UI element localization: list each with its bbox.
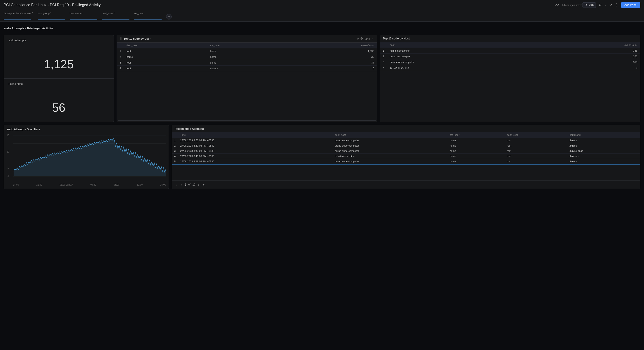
x-label-2: 21:30 <box>36 183 42 186</box>
share-icon[interactable]: ⇗ <box>554 3 560 7</box>
row-num: 3 <box>172 148 178 154</box>
svg-text:0: 0 <box>8 175 9 178</box>
user-panel-time: -24h <box>364 37 370 40</box>
table-row: 4 ip-172-31-20-114 8 <box>380 65 640 71</box>
filter-input-destuser[interactable] <box>102 15 130 19</box>
table-row: 2 home home 39 <box>117 54 377 60</box>
src-user-cell: home <box>447 148 504 154</box>
page-current: 1 <box>185 183 186 186</box>
chevron-down-icon[interactable]: ⌄ <box>604 3 606 7</box>
src-user-cell: sumo <box>208 60 284 66</box>
table-row: 2 ducs-macbookpro 373 <box>380 54 640 59</box>
more-icon[interactable]: ⋮ <box>615 3 618 7</box>
dest-host-cell: bruno-supercomputer <box>332 143 448 148</box>
col-num-recent <box>172 132 178 138</box>
command-cell: /bin/su - <box>567 143 640 148</box>
sudo-attempts-label: sudo Attempts <box>8 39 109 42</box>
main-content: sudo Attempts - Privileged Activity sudo… <box>0 21 644 192</box>
dest-user-cell: root <box>504 138 567 143</box>
dest-user-cell: root <box>504 148 567 154</box>
table-row: 1 27/06/2023 3:52:03 PM +0530 bruno-supe… <box>172 138 640 143</box>
dest-host-cell: bruno-supercomputer <box>332 148 448 154</box>
col-src-user-recent: src_user <box>447 132 504 138</box>
scrollbar-recent[interactable] <box>172 164 640 165</box>
user-panel-clock-icon: ⏱ <box>360 37 363 40</box>
table-row: 3 27/06/2023 3:49:03 PM +0530 bruno-supe… <box>172 148 640 154</box>
filter-label-hostname: host.name * <box>70 12 97 15</box>
page-last-button[interactable]: » <box>202 182 206 187</box>
col-event-count-host: eventCount <box>543 42 640 48</box>
filter-label-srcuser: src_user * <box>134 12 162 15</box>
col-num-host <box>380 42 387 48</box>
command-cell: /bin/su - <box>567 138 640 143</box>
row-num: 2 <box>117 54 124 60</box>
time-range-picker[interactable]: ⏱ -24h <box>582 2 596 8</box>
chart-panel: sudo Attempts Over Time 15 10 5 0 <box>4 125 169 189</box>
filter-label-hostgroup: host.group * <box>38 12 65 15</box>
time-cell: 27/06/2023 3:48:03 PM +0530 <box>178 159 332 164</box>
clock-icon: ⏱ <box>584 3 587 7</box>
chart-svg: 15 10 5 0 <box>7 133 166 183</box>
src-user-cell: ubuntu <box>208 66 284 71</box>
drag-handle-user: ⠿ <box>120 37 122 41</box>
chart-area: 15 10 5 0 <box>7 133 166 183</box>
dest-user-cell: root <box>124 48 208 54</box>
event-count-cell: 34 <box>284 60 377 66</box>
row-num: 1 <box>380 48 387 54</box>
header: PCI Compliance For Linux - PCI Req 10 - … <box>0 0 644 10</box>
x-label-5: 08:00 <box>114 183 119 186</box>
filter-input-hostgroup[interactable] <box>38 15 65 19</box>
src-user-cell: home <box>447 138 504 143</box>
col-command: command <box>567 132 640 138</box>
row-num: 2 <box>172 143 178 148</box>
src-user-cell: home <box>447 143 504 148</box>
header-actions: ⏱ -24h ↻ ⌄ ⧩ ⋮ Add Panel <box>582 2 640 8</box>
table-row: 2 27/06/2023 3:50:03 PM +0530 bruno-supe… <box>172 143 640 148</box>
add-filter-button[interactable]: + <box>166 14 172 19</box>
filter-bar: deployment.environment * host.group * ho… <box>0 10 644 21</box>
filter-input-hostname[interactable] <box>70 15 97 19</box>
table-row: 1 rishi-timemachine 386 <box>380 48 640 54</box>
src-user-cell: home <box>447 154 504 159</box>
section-title: sudo Attempts - Privileged Activity <box>4 24 640 32</box>
chart-x-labels: 18:00 21:30 01:00 Jun 27 04:30 08:00 11:… <box>7 183 166 186</box>
src-user-cell: home <box>447 159 504 164</box>
page-next-button[interactable]: › <box>198 182 200 187</box>
x-label-6: 11:30 <box>137 183 143 186</box>
svg-text:5: 5 <box>8 167 9 169</box>
scrollbar-user[interactable] <box>118 120 376 121</box>
table-row: 5 27/06/2023 3:48:03 PM +0530 bruno-supe… <box>172 159 640 164</box>
recent-sudo-title: Recent sudo Attempts <box>175 127 637 130</box>
add-panel-button[interactable]: Add Panel <box>621 2 640 8</box>
table-row: 3 root sumo 34 <box>117 60 377 66</box>
dest-user-cell: root <box>124 60 208 66</box>
row-num: 1 <box>117 48 124 54</box>
page-prev-button[interactable]: ‹ <box>180 182 183 187</box>
src-user-cell: home <box>208 54 284 60</box>
page-title: PCI Compliance For Linux - PCI Req 10 - … <box>4 3 553 7</box>
refresh-icon[interactable]: ↻ <box>598 3 602 7</box>
filter-icon[interactable]: ⧩ <box>609 3 612 7</box>
svg-marker-10 <box>14 138 166 176</box>
row-num: 1 <box>172 138 178 143</box>
row-num: 5 <box>172 159 178 164</box>
row-num: 4 <box>117 66 124 71</box>
page-first-button[interactable]: « <box>175 182 178 187</box>
user-panel-more-icon[interactable]: ⋮ <box>371 37 374 40</box>
time-cell: 27/06/2023 3:49:03 PM +0530 <box>178 148 332 154</box>
filter-input-deployment[interactable] <box>4 15 31 19</box>
dest-user-cell: home <box>124 54 208 60</box>
top-host-panel-header: Top 10 sudo by Host <box>380 35 640 42</box>
page-of-label: of <box>188 183 190 186</box>
top-host-panel-title: Top 10 sudo by Host <box>383 37 637 40</box>
user-panel-refresh-icon[interactable]: ↻ <box>357 37 359 40</box>
filter-input-srcuser[interactable] <box>134 15 162 19</box>
sudo-attempts-panel: sudo Attempts 1,125 <box>4 35 114 79</box>
top-sudo-by-user-table: dest_user src_user eventCount 1 root hom… <box>117 43 377 71</box>
event-count-cell: 8 <box>543 65 640 71</box>
filter-host-group: host.group * <box>38 12 65 19</box>
dest-user-cell: root <box>124 66 208 71</box>
col-src-user: src_user <box>208 43 284 48</box>
dest-user-cell: root <box>504 143 567 148</box>
table-row: 3 bruno-supercomputer 358 <box>380 59 640 65</box>
